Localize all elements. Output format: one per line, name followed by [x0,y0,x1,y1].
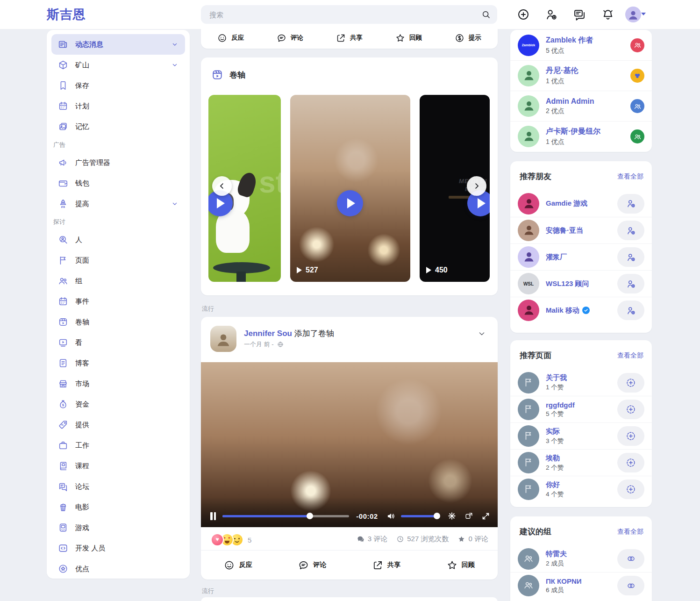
add-friend-button[interactable] [617,274,644,293]
react-button[interactable]: 反应 [217,33,244,43]
page-name[interactable]: 埃勒 [546,454,564,463]
sidebar-item-plans[interactable]: 计划 [51,96,185,116]
sidebar-item-forums[interactable]: 论坛 [51,476,185,497]
review-button[interactable]: 回顾 [395,33,422,43]
share-button[interactable]: 共享 [372,560,400,571]
user-name[interactable]: Admin Admin [546,97,594,106]
group-name[interactable]: 特雷夫 [546,550,567,558]
post-author-avatar[interactable] [210,326,236,352]
review-button[interactable]: 回顾 [447,560,475,571]
join-group-button[interactable] [617,576,644,595]
messages-button[interactable] [573,8,586,21]
tip-button[interactable]: 提示 [455,33,481,43]
carousel-next-button[interactable] [467,176,486,196]
avatar[interactable] [518,193,539,215]
view-all-link[interactable]: 查看全部 [617,172,643,181]
popout-icon[interactable] [464,512,473,521]
user-name[interactable]: 丹尼·基伦 [546,66,578,76]
app-logo[interactable]: 斯吉恩 [47,0,86,29]
profile-menu-caret-icon[interactable] [641,13,646,15]
sidebar-item-funding[interactable]: 资金 [51,394,185,415]
post-options-button[interactable] [477,329,486,340]
seek-bar[interactable] [222,515,349,517]
group-avatar[interactable] [518,548,539,570]
volume-slider[interactable] [401,515,439,517]
user-name[interactable]: Zamblek 作者 [546,36,593,45]
post-author-name[interactable]: Jennifer Sou [244,329,292,338]
like-page-button[interactable] [617,373,644,393]
view-all-link[interactable]: 查看全部 [617,351,643,360]
reel-thumbnail[interactable]: 527 [290,95,410,282]
add-friend-button[interactable] [617,300,644,320]
sidebar-item-watch[interactable]: 看 [51,332,185,353]
sidebar-item-games[interactable]: 游戏 [51,517,185,538]
join-group-button[interactable] [617,549,644,569]
page-avatar[interactable] [518,425,539,447]
avatar[interactable] [518,65,539,86]
pause-button[interactable] [210,512,216,520]
avatar[interactable] [518,300,539,321]
view-all-link[interactable]: 查看全部 [617,528,643,536]
sidebar-item-pages[interactable]: 页面 [51,250,185,271]
settings-gear-icon[interactable] [447,511,457,521]
page-avatar[interactable] [518,479,539,500]
seek-handle[interactable] [307,513,313,519]
react-button[interactable]: 反应 [224,560,252,571]
sidebar-item-reels[interactable]: 卷轴 [51,312,185,332]
add-friend-button[interactable] [617,221,644,240]
sidebar-item-mine[interactable]: 矿山 [51,55,185,75]
sidebar-item-news-feed[interactable]: 动态消息 [51,34,185,55]
page-avatar[interactable] [518,372,539,394]
avatar[interactable]: Zamblek [518,35,539,56]
user-name[interactable]: WSL123 顾问 [546,279,589,288]
user-name[interactable]: 灌浆厂 [546,253,567,262]
fullscreen-icon[interactable] [481,512,490,521]
avatar[interactable] [518,220,539,241]
sidebar-item-jobs[interactable]: 工作 [51,435,185,456]
comments-count[interactable]: 3 评论 [357,535,388,544]
page-avatar[interactable] [518,452,539,473]
comment-button[interactable]: 评论 [277,33,303,43]
like-page-button[interactable] [617,479,644,499]
sidebar-item-saved[interactable]: 保存 [51,75,185,96]
page-name[interactable]: 你好 [546,480,564,489]
avatar[interactable] [518,126,539,147]
add-friend-button[interactable] [617,247,644,267]
search-input[interactable] [201,5,497,24]
sidebar-item-movies[interactable]: 电影 [51,497,185,517]
like-page-button[interactable] [617,453,644,472]
user-name[interactable]: 安德鲁·亚当 [546,226,583,235]
like-page-button[interactable] [617,400,644,419]
sidebar-item-market[interactable]: 市场 [51,373,185,394]
page-name[interactable]: 关于我 [546,373,567,382]
user-name[interactable]: Malik 移动 [546,306,579,315]
sidebar-item-blog[interactable]: 博客 [51,353,185,373]
group-avatar[interactable] [518,575,539,596]
search-icon[interactable] [481,10,491,21]
sidebar-item-offers[interactable]: 提供 [51,415,185,435]
sidebar-item-points[interactable]: 优点 [51,558,185,579]
friend-requests-button[interactable] [545,8,558,21]
page-name[interactable]: rggfdgdf [546,401,575,409]
avatar[interactable]: WSL [518,273,539,294]
avatar[interactable] [518,246,539,268]
like-page-button[interactable] [617,426,644,446]
sidebar-item-courses[interactable]: 课程 [51,456,185,476]
sidebar-item-people[interactable]: 人 [51,229,185,250]
play-button[interactable] [337,190,363,216]
user-name[interactable]: 卢卡斯·伊曼纽尔 [546,127,600,136]
page-avatar[interactable] [518,399,539,420]
group-name[interactable]: ПК КОРNИ [546,577,582,585]
sidebar-item-boost[interactable]: 提高 [51,193,185,214]
notifications-button[interactable] [601,8,614,21]
comment-button[interactable]: 评论 [298,560,326,571]
volume-icon[interactable] [386,511,396,521]
sidebar-item-wallet[interactable]: 钱包 [51,173,185,193]
avatar[interactable] [518,95,539,117]
profile-avatar[interactable] [625,7,641,22]
volume-handle[interactable] [434,513,440,519]
add-friend-button[interactable] [617,194,644,214]
carousel-prev-button[interactable] [212,176,232,196]
sidebar-item-memories[interactable]: 记忆 [51,116,185,137]
video-player[interactable]: -00:02 [201,362,498,527]
